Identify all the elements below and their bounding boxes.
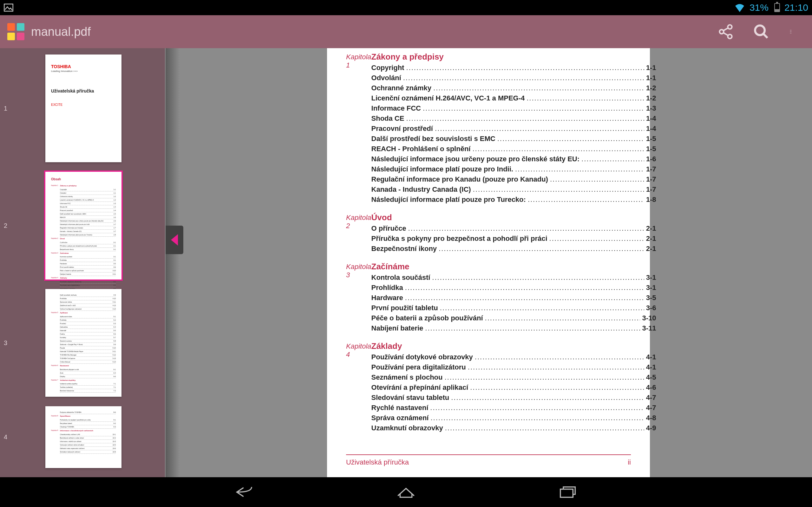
- app-logo-icon: [6, 22, 26, 41]
- toc-entry[interactable]: Uzamknutí obrazovky.....................…: [371, 424, 656, 432]
- toc-entry[interactable]: Copyright...............................…: [371, 64, 656, 72]
- toc-entry[interactable]: Nabíjení baterie........................…: [371, 324, 656, 332]
- toc-entry[interactable]: Prohlídka...............................…: [371, 284, 656, 292]
- toc-entry-page: 1-4: [646, 124, 656, 133]
- toc-chapter: Kapitola 3ZačínámeKontrola součástí.....…: [346, 262, 631, 332]
- toc-entry[interactable]: Informace FCC...........................…: [371, 104, 656, 112]
- toc-chapter-title[interactable]: Úvod: [371, 213, 656, 222]
- toc-entry[interactable]: Pracovní prostředí......................…: [371, 124, 656, 133]
- toc-entry[interactable]: Kontrola součástí.......................…: [371, 274, 656, 282]
- toc-entry-title: Informace FCC: [371, 104, 421, 112]
- thumbnail-3[interactable]: 3 Další prostředí obchody4-9Prohlídka4-1…: [0, 289, 165, 397]
- toc-entry-page: 1-1: [646, 64, 656, 72]
- toc-chapter-title[interactable]: Začínáme: [371, 262, 656, 272]
- toc-entry[interactable]: Shoda CE................................…: [371, 114, 656, 123]
- share-icon[interactable]: [717, 23, 734, 40]
- toc-entry[interactable]: O příručce..............................…: [371, 224, 656, 233]
- toc-entry[interactable]: Bezpečnostní ikony......................…: [371, 245, 656, 253]
- svg-rect-1: [7, 23, 15, 31]
- svg-line-11: [763, 34, 768, 38]
- toc-chapter-label: Kapitola 1: [346, 52, 371, 204]
- toc-chapter-body: ZákladyPoužívání dotykové obrazovky.....…: [371, 341, 656, 432]
- toc-entry-dots: ........................................…: [425, 324, 640, 332]
- toc-entry[interactable]: Další prostředí bez souvislosti s EMC...…: [371, 135, 656, 143]
- status-time: 21:10: [784, 2, 808, 13]
- toc-entry-dots: ........................................…: [439, 245, 644, 253]
- toc-entry[interactable]: Správa oznámení.........................…: [371, 414, 656, 422]
- footer-title: Uživatelská příručka: [346, 458, 409, 466]
- toc-entry-title: Správa oznámení: [371, 414, 429, 422]
- toc-entry[interactable]: Ochranné známky.........................…: [371, 84, 656, 92]
- thumbnail-number: 2: [0, 222, 11, 229]
- toc-entry-title: Následující informace jsou určeny pouze …: [371, 155, 580, 163]
- document-viewer[interactable]: Kapitola 1Zákony a předpisyCopyright....…: [165, 48, 812, 477]
- thumbnail-page: Další prostředí obchody4-9Prohlídka4-10S…: [45, 289, 121, 397]
- toc-chapter-title[interactable]: Základy: [371, 341, 656, 351]
- home-button[interactable]: [395, 483, 417, 501]
- thumb-brand: TOSHIBA: [51, 64, 116, 69]
- toc-entry-page: 4-7: [646, 394, 656, 402]
- toc-chapter-label: Kapitola 3: [346, 262, 371, 332]
- toc-entry-page: 1-3: [646, 104, 656, 112]
- svg-rect-3: [7, 33, 15, 40]
- thumb-brand-sub: Leading Innovation >>>: [51, 70, 116, 72]
- toc-entry-title: Pracovní prostředí: [371, 124, 433, 133]
- back-button[interactable]: [233, 483, 255, 501]
- toc-entry-page: 4-7: [646, 404, 656, 412]
- toc-entry[interactable]: Otevírání a přepínání aplikací..........…: [371, 383, 656, 392]
- recent-apps-button[interactable]: [557, 483, 579, 501]
- thumbnail-4[interactable]: 4 Podpora základního TOSHIBA8-6 Kapitola…: [0, 406, 165, 468]
- toc-entry-page: 4-5: [646, 373, 656, 382]
- toc-entry-page: 2-1: [646, 234, 656, 243]
- toc-entry-dots: ........................................…: [497, 135, 644, 143]
- toc-chapter-title[interactable]: Zákony a předpisy: [371, 52, 656, 62]
- thumbnail-page: TOSHIBA Leading Innovation >>> Uživatels…: [45, 55, 121, 162]
- thumbnail-2[interactable]: 2 Obsah Kapitola 1Zákony a předpisyCopyr…: [0, 172, 165, 279]
- toc-entry-page: 1-6: [646, 155, 656, 163]
- toc-entry-dots: ........................................…: [444, 373, 644, 382]
- toc-entry[interactable]: Péče o baterii a způsob používání.......…: [371, 314, 656, 322]
- toc-entry[interactable]: Licenční oznámení H.264/AVC, VC-1 a MPEG…: [371, 94, 656, 102]
- toc-entry-page: 3-6: [646, 304, 656, 312]
- toc-entry[interactable]: REACH - Prohlášení o splnění............…: [371, 145, 656, 153]
- thumb-model: EXCITE: [51, 103, 116, 107]
- search-icon[interactable]: [753, 23, 769, 40]
- toc-entry-dots: ........................................…: [405, 294, 644, 302]
- thumbnail-1[interactable]: 1 TOSHIBA Leading Innovation >>> Uživate…: [0, 55, 165, 162]
- toc-chapter-label: Kapitola 4: [346, 341, 371, 432]
- overflow-menu-icon[interactable]: [789, 23, 793, 40]
- thumbnail-sidebar[interactable]: 1 TOSHIBA Leading Innovation >>> Uživate…: [0, 48, 165, 477]
- toc-entry-page: 1-2: [646, 94, 656, 102]
- battery-percent: 31%: [750, 2, 768, 13]
- toc-entry-dots: ........................................…: [451, 394, 644, 402]
- toc-entry[interactable]: Následující informace jsou určeny pouze …: [371, 155, 656, 163]
- toc-entry[interactable]: Sledování stavu tabletu.................…: [371, 394, 656, 402]
- toc-entry-dots: ........................................…: [403, 74, 644, 82]
- toc-entry[interactable]: První použití tabletu...................…: [371, 304, 656, 312]
- thumbnail-number: 3: [0, 339, 11, 347]
- toc-chapter-body: ZačínámeKontrola součástí...............…: [371, 262, 656, 332]
- sidebar-collapse-handle[interactable]: [165, 226, 183, 254]
- thumbnail-number: 4: [0, 434, 11, 441]
- toc-entry[interactable]: Rychlé nastavení........................…: [371, 404, 656, 412]
- toc-entry-page: 1-2: [646, 84, 656, 92]
- svg-rect-13: [790, 32, 792, 32]
- toc-entry[interactable]: Kanada - Industry Canada (IC)...........…: [371, 185, 656, 193]
- svg-point-5: [728, 25, 732, 29]
- toc-entry-title: Péče o baterii a způsob používání: [371, 314, 483, 322]
- toc-entry[interactable]: Odvolání................................…: [371, 74, 656, 82]
- svg-line-8: [723, 28, 728, 31]
- toc-entry-dots: ........................................…: [473, 185, 644, 193]
- toc-entry[interactable]: Používání dotykové obrazovky............…: [371, 353, 656, 361]
- toc-entry-title: Regulační informace pro Kanadu (pouze pr…: [371, 175, 548, 183]
- toc-entry[interactable]: Regulační informace pro Kanadu (pouze pr…: [371, 175, 656, 183]
- toc-entry[interactable]: Následující informace platí pouze pro In…: [371, 165, 656, 173]
- toc-entry[interactable]: Příručka s pokyny pro bezpečnost a pohod…: [371, 234, 656, 243]
- toc-entry-page: 1-5: [646, 145, 656, 153]
- toc-entry-dots: ........................................…: [406, 114, 644, 123]
- toc-entry[interactable]: Používání pera digitalizátoru...........…: [371, 363, 656, 372]
- toc-entry[interactable]: Seznámení s plochou.....................…: [371, 373, 656, 382]
- toc-entry-page: 4-8: [646, 414, 656, 422]
- toc-entry[interactable]: Hardware................................…: [371, 294, 656, 302]
- toc-entry[interactable]: Následující informace platí pouze pro Tu…: [371, 195, 656, 204]
